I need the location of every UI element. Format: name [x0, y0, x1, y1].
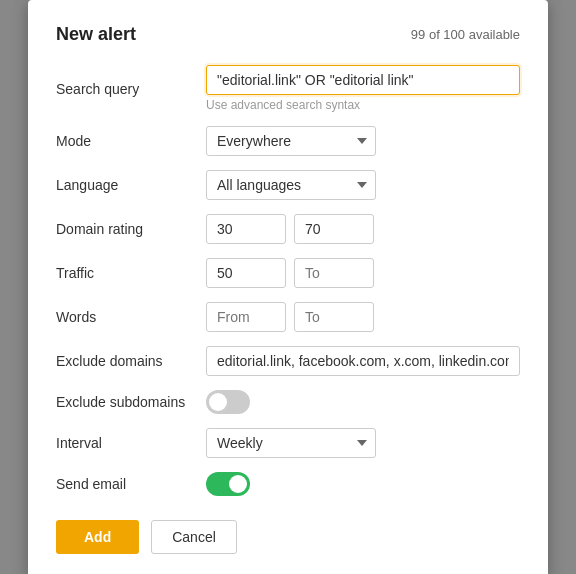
traffic-control: [206, 258, 520, 288]
words-from[interactable]: [206, 302, 286, 332]
traffic-label: Traffic: [56, 265, 206, 281]
dialog-title: New alert: [56, 24, 136, 45]
words-control: [206, 302, 520, 332]
language-select[interactable]: All languages English Spanish French: [206, 170, 376, 200]
words-to[interactable]: [294, 302, 374, 332]
exclude-domains-label: Exclude domains: [56, 353, 206, 369]
send-email-slider: [206, 472, 250, 496]
send-email-toggle[interactable]: [206, 472, 250, 496]
advanced-search-link[interactable]: Use advanced search syntax: [206, 98, 360, 112]
words-range: [206, 302, 520, 332]
domain-rating-from[interactable]: [206, 214, 286, 244]
interval-control: Daily Weekly Monthly: [206, 428, 520, 458]
add-button[interactable]: Add: [56, 520, 139, 554]
cancel-button[interactable]: Cancel: [151, 520, 237, 554]
mode-control: Everywhere Title URL: [206, 126, 520, 156]
words-row: Words: [56, 302, 520, 332]
exclude-subdomains-toggle[interactable]: [206, 390, 250, 414]
traffic-to[interactable]: [294, 258, 374, 288]
send-email-row: Send email: [56, 472, 520, 496]
exclude-subdomains-control: [206, 390, 520, 414]
send-email-label: Send email: [56, 476, 206, 492]
domain-rating-row: Domain rating: [56, 214, 520, 244]
traffic-range: [206, 258, 520, 288]
language-row: Language All languages English Spanish F…: [56, 170, 520, 200]
interval-row: Interval Daily Weekly Monthly: [56, 428, 520, 458]
dialog-header: New alert 99 of 100 available: [56, 24, 520, 45]
send-email-control: [206, 472, 520, 496]
dialog-footer: Add Cancel: [56, 520, 520, 554]
domain-rating-label: Domain rating: [56, 221, 206, 237]
domain-rating-control: [206, 214, 520, 244]
mode-label: Mode: [56, 133, 206, 149]
exclude-domains-input[interactable]: [206, 346, 520, 376]
search-query-label: Search query: [56, 81, 206, 97]
search-query-row: Search query Use advanced search syntax: [56, 65, 520, 112]
mode-row: Mode Everywhere Title URL: [56, 126, 520, 156]
search-query-control: Use advanced search syntax: [206, 65, 520, 112]
exclude-subdomains-label: Exclude subdomains: [56, 394, 206, 410]
search-query-hint: Use advanced search syntax: [206, 98, 520, 112]
exclude-domains-control: [206, 346, 520, 376]
available-count: 99 of 100 available: [411, 27, 520, 42]
language-label: Language: [56, 177, 206, 193]
mode-select[interactable]: Everywhere Title URL: [206, 126, 376, 156]
interval-label: Interval: [56, 435, 206, 451]
interval-select[interactable]: Daily Weekly Monthly: [206, 428, 376, 458]
exclude-subdomains-row: Exclude subdomains: [56, 390, 520, 414]
domain-rating-to[interactable]: [294, 214, 374, 244]
traffic-row: Traffic: [56, 258, 520, 288]
exclude-subdomains-slider: [206, 390, 250, 414]
traffic-from[interactable]: [206, 258, 286, 288]
exclude-domains-row: Exclude domains: [56, 346, 520, 376]
words-label: Words: [56, 309, 206, 325]
new-alert-dialog: New alert 99 of 100 available Search que…: [28, 0, 548, 574]
search-query-input[interactable]: [206, 65, 520, 95]
language-control: All languages English Spanish French: [206, 170, 520, 200]
domain-rating-range: [206, 214, 520, 244]
